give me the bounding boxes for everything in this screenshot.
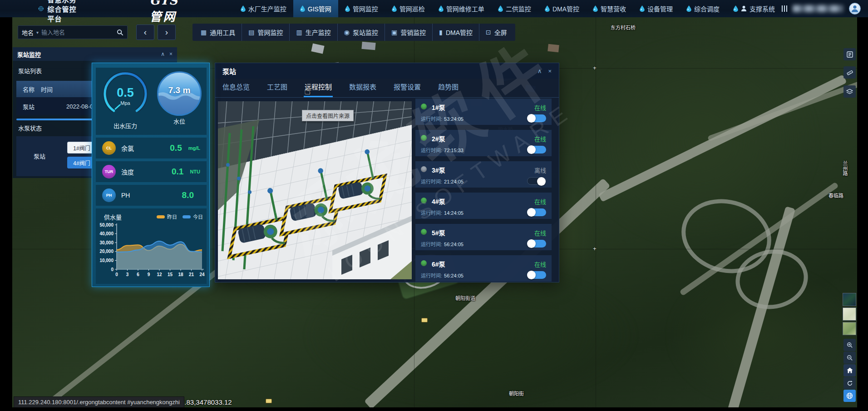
dialog-tab[interactable]: 数据报表 (348, 77, 377, 97)
runtime-value: 56:24:05 (444, 273, 464, 278)
zoom-in-button[interactable] (843, 339, 856, 351)
map-place-label: 朝阳街道 (455, 294, 475, 302)
map-graticule-line (596, 17, 596, 407)
dialog-collapse-icon[interactable]: ∧ (538, 68, 542, 74)
dialog-tab[interactable]: 趋势图 (437, 77, 459, 97)
pump-name: 5#泵 (432, 228, 445, 237)
nav-item[interactable]: 管网巡检 (385, 0, 432, 17)
pump-power-toggle[interactable] (527, 146, 546, 154)
toolbar-button[interactable]: ⊡ 全屏 (479, 24, 513, 41)
water-drop-icon (300, 5, 305, 12)
nav-item[interactable]: 二供监控 (491, 0, 538, 17)
nav-item[interactable]: 综合调度 (680, 0, 726, 17)
pump-status-dot (421, 166, 427, 172)
pump-status-dot (421, 229, 427, 235)
water-drop-icon (439, 5, 444, 12)
pump-online-badge: 在线 (534, 228, 546, 237)
toggle-knob (527, 145, 536, 154)
pump-online-badge: 在线 (534, 260, 546, 268)
pump-list: 1#泵 在线 运行时间:53:24:05 2#泵 在线 运行时间:72:15:3… (415, 99, 552, 287)
pump-room-3d-image[interactable] (218, 101, 412, 279)
nav-item[interactable]: 水厂生产监控 (234, 0, 293, 17)
nav-item-label: 水厂生产监控 (248, 4, 286, 13)
map-building (311, 43, 324, 54)
dialog-close-icon[interactable]: × (548, 68, 552, 74)
toolbar-button[interactable]: ▦ 通用工具 (194, 24, 242, 41)
map-toolbar: ▦ 通用工具 ▤ 管网监控 ▥ 生产监控 ◉ 泵站监控 ▣ 营销监控 ▮ DMA… (192, 24, 515, 41)
measure-tool-button[interactable] (843, 66, 856, 79)
station-metrics-popup: 0.5 Mpa 出水压力 7.3 m 水位 CL 余氯 (92, 63, 210, 287)
legend-item: 今日 (182, 213, 203, 220)
back-button[interactable]: ‹ (136, 25, 154, 40)
nav-item-label: 管网维修工单 (446, 4, 484, 13)
pump-status-dot (421, 198, 427, 203)
metric-value: 8.0 (182, 190, 194, 200)
legend-symbol (157, 215, 165, 218)
pump-name: 4#泵 (432, 197, 445, 206)
toolbar-button[interactable]: ▣ 营销监控 (385, 24, 432, 41)
dialog-tab[interactable]: 信息总览 (222, 77, 251, 97)
dialog-tab[interactable]: 工艺图 (266, 77, 288, 97)
basemap-satellite-thumbnail[interactable] (843, 293, 856, 306)
nav-item[interactable]: 管网维修工单 (432, 0, 491, 17)
nav-item[interactable]: 管网监控 (338, 0, 385, 17)
nav-item[interactable]: 智慧营收 (586, 0, 633, 17)
nav-item-label: DMA管控 (552, 4, 579, 13)
user-avatar[interactable] (849, 3, 861, 15)
basemap-terrain-thumbnail[interactable] (843, 322, 856, 335)
column-header: 名称 (16, 85, 35, 94)
pump-power-toggle[interactable] (527, 271, 546, 279)
svg-text:15: 15 (168, 272, 173, 277)
svg-text:10,000: 10,000 (99, 258, 113, 263)
metric-row: CL 余氯 0.5 mg/L (96, 138, 207, 158)
runtime-value: 21:24:05 (444, 179, 464, 184)
map-road-sign-marker (421, 318, 428, 322)
pressure-unit: Mpa (120, 100, 130, 106)
dialog-tab[interactable]: 报警设置 (393, 77, 422, 97)
chevron-down-icon[interactable]: ▾ (36, 30, 39, 35)
dialog-tab[interactable]: 远程控制 (304, 77, 333, 97)
layers-button[interactable] (843, 85, 856, 98)
username-redacted (793, 5, 843, 12)
search-category-dropdown[interactable]: 地名 (22, 28, 34, 37)
map-legend-button[interactable] (843, 48, 856, 60)
forward-button[interactable]: › (158, 25, 176, 40)
home-button[interactable] (843, 364, 856, 376)
nav-item-label: 管网监控 (353, 4, 378, 13)
collapse-icon[interactable]: ∧ (161, 51, 165, 57)
nav-item[interactable]: DMA管控 (538, 0, 586, 17)
svg-text:3: 3 (126, 272, 129, 277)
globe-button[interactable] (843, 390, 856, 402)
runtime-label: 运行时间: (421, 273, 442, 278)
basemap-street-thumbnail[interactable] (843, 307, 856, 321)
close-icon[interactable]: × (169, 51, 173, 57)
toolbar-button[interactable]: ◉ 泵站监控 (337, 24, 385, 41)
pump-power-toggle[interactable] (527, 114, 546, 122)
search-icon[interactable] (117, 29, 123, 36)
toggle-knob (527, 271, 536, 279)
toolbar-button[interactable]: ▤ 管网监控 (242, 24, 289, 41)
runtime-label: 运行时间: (421, 179, 442, 184)
nav-item[interactable]: GIS管网 (293, 0, 338, 17)
pump-power-toggle[interactable] (527, 240, 546, 248)
platform-brand: 智慧水务综合管控平台 (38, 0, 83, 23)
avatar-person-icon (851, 5, 859, 13)
toolbar-button[interactable]: ▥ 生产监控 (289, 24, 337, 41)
outlet-pressure-gauge: 0.5 Mpa 出水压力 (101, 70, 149, 130)
toolbar-button-label: DMA管控 (446, 28, 473, 37)
pump-power-toggle[interactable] (527, 208, 546, 216)
search-input[interactable] (41, 29, 114, 36)
menu-bars-icon[interactable] (782, 5, 787, 12)
nav-item[interactable]: 支撑系统 (726, 0, 782, 17)
nav-item-label: GIS管网 (308, 4, 331, 13)
zoom-out-button[interactable] (843, 352, 856, 364)
refresh-button[interactable] (843, 377, 856, 389)
pump-power-toggle[interactable] (527, 177, 546, 185)
toolbar-button[interactable]: ▮ DMA管控 (432, 24, 479, 41)
toolbar-button-label: 生产监控 (306, 28, 331, 37)
runtime-value: 56:24:05 (444, 242, 464, 247)
pressure-label: 出水压力 (101, 121, 149, 130)
nav-item[interactable]: 设备管理 (633, 0, 680, 17)
pressure-value: 0.5 (117, 86, 134, 99)
map-history-buttons: ‹ › (136, 25, 176, 40)
